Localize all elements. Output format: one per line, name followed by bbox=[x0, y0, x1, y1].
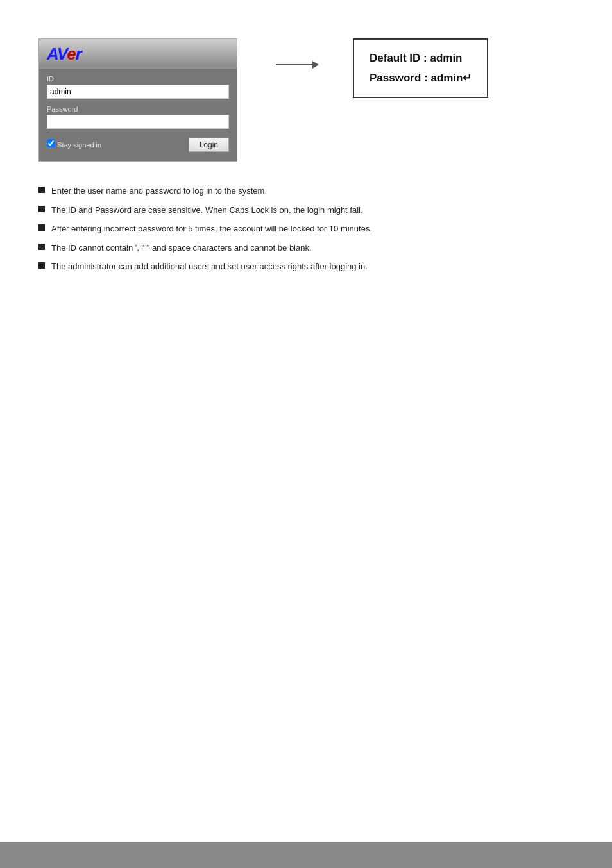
list-item: The administrator can add additional use… bbox=[38, 260, 574, 273]
bullet-list: Enter the user name and password to log … bbox=[38, 185, 574, 273]
aver-logo: AVer bbox=[47, 44, 229, 64]
arrow-line bbox=[276, 64, 314, 65]
list-item-text: The administrator can add additional use… bbox=[51, 260, 368, 273]
bullet-icon bbox=[38, 224, 45, 231]
id-input[interactable] bbox=[47, 85, 229, 99]
stay-signed-checkbox[interactable] bbox=[47, 139, 55, 147]
stay-signed-text: Stay signed in bbox=[57, 141, 101, 149]
callout-line2: Password : admin↵ bbox=[370, 69, 472, 88]
page-content: AVer ID Password Stay signed in Login bbox=[0, 0, 612, 273]
bullet-icon bbox=[38, 206, 45, 212]
arrow-connector bbox=[276, 64, 314, 65]
list-item-text: The ID cannot contain ', " " and space c… bbox=[51, 242, 312, 255]
callout-box: Default ID : admin Password : admin↵ bbox=[353, 38, 488, 98]
logo-av: AV bbox=[47, 44, 67, 63]
callout-line1: Default ID : admin bbox=[370, 49, 472, 69]
logo-e: e bbox=[67, 44, 75, 63]
footer-bar bbox=[0, 842, 612, 868]
login-panel: AVer ID Password Stay signed in Login bbox=[38, 38, 237, 162]
password-input[interactable] bbox=[47, 115, 229, 129]
list-item-text: After entering incorrect password for 5 … bbox=[51, 222, 372, 235]
login-panel-body: ID Password Stay signed in Login bbox=[39, 69, 237, 161]
list-item-text: The ID and Password are case sensitive. … bbox=[51, 204, 363, 217]
bullet-icon bbox=[38, 262, 45, 269]
id-label: ID bbox=[47, 75, 229, 83]
login-panel-header: AVer bbox=[39, 39, 237, 69]
list-item: The ID cannot contain ', " " and space c… bbox=[38, 242, 574, 255]
login-row: AVer ID Password Stay signed in Login bbox=[38, 38, 574, 162]
password-label: Password bbox=[47, 105, 229, 113]
list-item-text: Enter the user name and password to log … bbox=[51, 185, 267, 197]
stay-signed-label[interactable]: Stay signed in bbox=[47, 139, 101, 149]
list-item: After entering incorrect password for 5 … bbox=[38, 222, 574, 235]
logo-r: r bbox=[76, 44, 81, 63]
bullet-icon bbox=[38, 244, 45, 250]
bullet-icon bbox=[38, 187, 45, 193]
login-button[interactable]: Login bbox=[189, 138, 229, 152]
login-footer: Stay signed in Login bbox=[47, 138, 229, 152]
list-item: Enter the user name and password to log … bbox=[38, 185, 574, 197]
list-item: The ID and Password are case sensitive. … bbox=[38, 204, 574, 217]
